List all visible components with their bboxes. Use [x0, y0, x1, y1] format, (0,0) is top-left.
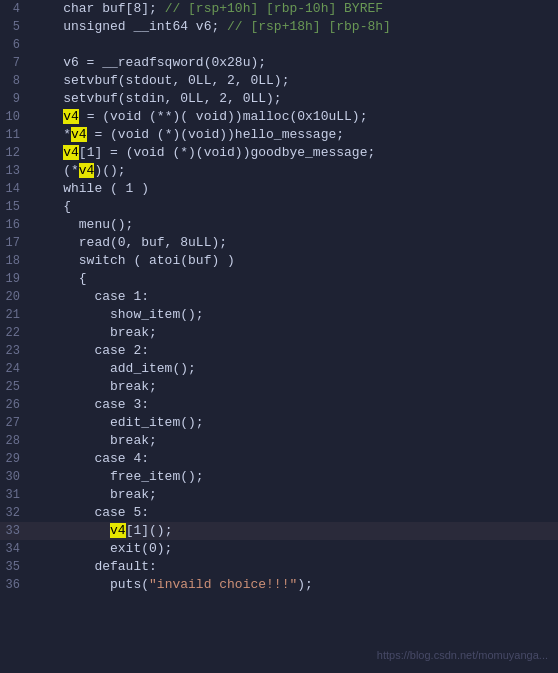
code-text: [1] = (void (*)(void))goodbye_message;: [79, 145, 375, 160]
table-row: 15 {: [0, 198, 558, 216]
code-text: (*: [32, 163, 79, 178]
table-row: 17 read(0, buf, 8uLL);: [0, 234, 558, 252]
line-number: 17: [0, 234, 28, 252]
line-content: case 5:: [28, 504, 558, 522]
line-content: v6 = __readfsqword(0x28u);: [28, 54, 558, 72]
line-number: 10: [0, 108, 28, 126]
table-row: 10 v4 = (void (**)( void))malloc(0x10uLL…: [0, 108, 558, 126]
line-number: 5: [0, 18, 28, 36]
line-content: break;: [28, 324, 558, 342]
line-content: {: [28, 270, 558, 288]
line-content: case 2:: [28, 342, 558, 360]
line-content: v4[1] = (void (*)(void))goodbye_message;: [28, 144, 558, 162]
table-row: 19 {: [0, 270, 558, 288]
code-text: case 2:: [32, 343, 149, 358]
line-number: 21: [0, 306, 28, 324]
code-text: v6 = __readfsqword(0x28u);: [32, 55, 266, 70]
line-content: add_item();: [28, 360, 558, 378]
highlighted-variable: v4: [71, 127, 87, 142]
code-text: free_item();: [32, 469, 204, 484]
line-content: v4 = (void (**)( void))malloc(0x10uLL);: [28, 108, 558, 126]
table-row: 29 case 4:: [0, 450, 558, 468]
line-number: 6: [0, 36, 28, 54]
code-text: menu();: [32, 217, 133, 232]
line-number: 24: [0, 360, 28, 378]
table-row: 24 add_item();: [0, 360, 558, 378]
code-text: exit(0);: [32, 541, 172, 556]
code-text: );: [297, 577, 313, 592]
line-number: 7: [0, 54, 28, 72]
code-text: unsigned __int64 v6;: [32, 19, 227, 34]
table-row: 21 show_item();: [0, 306, 558, 324]
table-row: 12 v4[1] = (void (*)(void))goodbye_messa…: [0, 144, 558, 162]
highlighted-variable: v4: [63, 145, 79, 160]
code-text: {: [32, 271, 87, 286]
line-content: case 3:: [28, 396, 558, 414]
line-number: 8: [0, 72, 28, 90]
table-row: 22 break;: [0, 324, 558, 342]
code-text: edit_item();: [32, 415, 204, 430]
line-number: 36: [0, 576, 28, 594]
table-row: 34 exit(0);: [0, 540, 558, 558]
line-content: setvbuf(stdin, 0LL, 2, 0LL);: [28, 90, 558, 108]
line-number: 13: [0, 162, 28, 180]
table-row: 35 default:: [0, 558, 558, 576]
table-row: 27 edit_item();: [0, 414, 558, 432]
code-text: )();: [94, 163, 125, 178]
line-content: default:: [28, 558, 558, 576]
line-content: edit_item();: [28, 414, 558, 432]
table-row: 6: [0, 36, 558, 54]
code-text: [32, 109, 63, 124]
code-text: read(0, buf, 8uLL);: [32, 235, 227, 250]
code-text: [32, 523, 110, 538]
table-row: 5 unsigned __int64 v6; // [rsp+18h] [rbp…: [0, 18, 558, 36]
code-text: setvbuf(stdout, 0LL, 2, 0LL);: [32, 73, 289, 88]
line-content: break;: [28, 432, 558, 450]
line-content: menu();: [28, 216, 558, 234]
code-comment: // [rsp+10h] [rbp-10h] BYREF: [165, 1, 383, 16]
line-content: break;: [28, 378, 558, 396]
line-number: 25: [0, 378, 28, 396]
line-number: 27: [0, 414, 28, 432]
table-row: 26 case 3:: [0, 396, 558, 414]
line-number: 29: [0, 450, 28, 468]
table-row: 18 switch ( atoi(buf) ): [0, 252, 558, 270]
line-number: 9: [0, 90, 28, 108]
code-text: case 1:: [32, 289, 149, 304]
code-text: = (void (*)(void))hello_message;: [87, 127, 344, 142]
line-number: 28: [0, 432, 28, 450]
line-number: 30: [0, 468, 28, 486]
table-row: 14 while ( 1 ): [0, 180, 558, 198]
code-text: break;: [32, 379, 157, 394]
table-row: 20 case 1:: [0, 288, 558, 306]
line-content: exit(0);: [28, 540, 558, 558]
line-number: 23: [0, 342, 28, 360]
string-literal: "invaild choice!!!": [149, 577, 297, 592]
table-row: 32 case 5:: [0, 504, 558, 522]
line-content: setvbuf(stdout, 0LL, 2, 0LL);: [28, 72, 558, 90]
code-text: setvbuf(stdin, 0LL, 2, 0LL);: [32, 91, 282, 106]
code-text: while ( 1 ): [32, 181, 149, 196]
line-content: free_item();: [28, 468, 558, 486]
highlighted-variable: v4: [110, 523, 126, 538]
code-comment: // [rsp+18h] [rbp-8h]: [227, 19, 391, 34]
line-number: 34: [0, 540, 28, 558]
table-row: 36 puts("invaild choice!!!");: [0, 576, 558, 594]
code-text: case 4:: [32, 451, 149, 466]
code-text: default:: [32, 559, 157, 574]
line-number: 31: [0, 486, 28, 504]
line-content: puts("invaild choice!!!");: [28, 576, 558, 594]
code-text: switch ( atoi(buf) ): [32, 253, 235, 268]
code-text: break;: [32, 433, 157, 448]
code-text: break;: [32, 325, 157, 340]
line-number: 32: [0, 504, 28, 522]
code-text: {: [32, 199, 71, 214]
highlighted-variable: v4: [63, 109, 79, 124]
line-content: char buf[8]; // [rsp+10h] [rbp-10h] BYRE…: [28, 0, 558, 18]
code-text: = (void (**)( void))malloc(0x10uLL);: [79, 109, 368, 124]
line-number: 18: [0, 252, 28, 270]
table-row: 25 break;: [0, 378, 558, 396]
table-row: 30 free_item();: [0, 468, 558, 486]
table-row: 11 *v4 = (void (*)(void))hello_message;: [0, 126, 558, 144]
line-number: 4: [0, 0, 28, 18]
